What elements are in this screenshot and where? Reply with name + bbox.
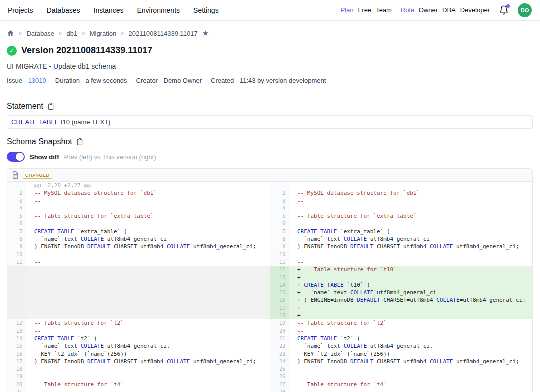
diff-row: 23 KEY `t2_idx` (`name`(256)) xyxy=(270,350,532,358)
code-line xyxy=(290,182,532,190)
statement-section-header: Statement xyxy=(7,102,533,111)
star-icon[interactable]: ★ xyxy=(202,29,209,38)
code-line: -- xyxy=(290,198,532,205)
code-line xyxy=(26,282,270,289)
diff-row: 19-- xyxy=(8,373,270,380)
nav-item-settings[interactable]: Settings xyxy=(194,6,219,14)
diff-row xyxy=(8,282,270,289)
code-line: -- xyxy=(26,373,270,380)
line-number: 10 xyxy=(270,251,290,258)
diff-row: 7CREATE TABLE `extra_table` ( xyxy=(270,228,532,236)
diff-row: 13+ -- xyxy=(270,274,532,282)
code-line: -- xyxy=(26,328,270,335)
duration-field: Duration - a few seconds xyxy=(56,77,128,84)
role-switcher: Role Owner DBA Developer xyxy=(401,6,490,14)
code-line: -- xyxy=(290,205,532,212)
line-number: 19 xyxy=(270,320,290,327)
nav-item-instances[interactable]: Instances xyxy=(94,6,124,14)
line-number: 5 xyxy=(8,212,26,220)
role-owner-link[interactable]: Owner xyxy=(419,6,438,14)
plan-team-link[interactable]: Team xyxy=(376,6,392,14)
code-line: CREATE TABLE `extra_table` ( xyxy=(26,228,270,236)
breadcrumb-separator: > xyxy=(19,30,22,36)
avatar[interactable]: DO xyxy=(518,4,532,18)
breadcrumb-version[interactable]: 20211008114339.11017 xyxy=(129,30,198,38)
line-number: 15 xyxy=(270,289,290,296)
line-number: 28 xyxy=(270,388,290,392)
diff-row xyxy=(8,266,270,274)
diff-hint: Prev (left) vs This version (right) xyxy=(64,154,156,161)
code-line: `name` text COLLATE utf8mb4_general_ci xyxy=(26,236,270,243)
diff-row: 24) ENGINE=InnoDB DEFAULT CHARSET=utf8mb… xyxy=(270,358,532,366)
show-diff-toggle[interactable] xyxy=(7,152,25,162)
code-line: + -- xyxy=(290,274,532,282)
role-dba-option[interactable]: DBA xyxy=(442,6,456,14)
diff-row: 6-- xyxy=(270,220,532,228)
code-line: @@ -2,20 +2,27 @@ xyxy=(26,182,270,190)
nav-account-area: Plan Free Team Role Owner DBA Developer … xyxy=(340,4,532,18)
code-line: `name` text COLLATE utf8mb4_general_ci, xyxy=(26,342,270,350)
created-field: Created - 11:43 by version development xyxy=(211,77,326,84)
plan-free-option[interactable]: Free xyxy=(358,6,372,14)
diff-body: @@ -2,20 +2,27 @@2-- MySQL database stru… xyxy=(8,182,532,392)
code-line: ) ENGINE=InnoDB DEFAULT CHARSET=utf8mb4 … xyxy=(290,358,532,366)
diff-row: 8 `name` text COLLATE utf8mb4_general_ci xyxy=(270,236,532,243)
code-line xyxy=(290,251,532,258)
line-number: 4 xyxy=(270,205,290,212)
diff-hunk-row: @@ -2,20 +2,27 @@ xyxy=(8,182,270,190)
line-number xyxy=(8,266,26,274)
line-number: 15 xyxy=(8,342,26,350)
copy-icon[interactable] xyxy=(76,138,84,146)
line-number xyxy=(8,274,26,282)
code-line: -- xyxy=(290,388,532,392)
diff-row: 11-- xyxy=(8,258,270,266)
breadcrumb-database[interactable]: Database xyxy=(26,30,54,38)
line-number: 13 xyxy=(270,274,290,282)
line-number: 2 xyxy=(8,190,26,197)
breadcrumb-migration[interactable]: Migration xyxy=(90,30,116,38)
diff-row: 28-- xyxy=(270,388,532,392)
home-icon[interactable] xyxy=(7,30,14,37)
nav-links: Projects Databases Instances Environment… xyxy=(8,6,219,14)
code-line: + -- Table structure for `t10` xyxy=(290,266,532,274)
code-line: + xyxy=(290,304,532,312)
line-number: 27 xyxy=(270,381,290,388)
diff-row: 18+ -- xyxy=(270,312,532,320)
code-line: ) ENGINE=InnoDB DEFAULT CHARSET=utf8mb4 … xyxy=(26,243,270,250)
diff-row: 3-- xyxy=(8,198,270,205)
notifications-button[interactable] xyxy=(499,5,510,16)
copy-icon[interactable] xyxy=(48,102,54,110)
diff-row xyxy=(8,312,270,320)
line-number: 17 xyxy=(270,304,290,312)
line-number: 3 xyxy=(8,198,26,205)
diff-row: 3-- xyxy=(270,198,532,205)
code-line: -- MySQL database structure for `db1` xyxy=(290,190,532,197)
code-line: -- xyxy=(26,220,270,228)
code-line: -- xyxy=(26,198,270,205)
code-line: -- Table structure for `t4` xyxy=(26,381,270,388)
plan-label: Plan xyxy=(340,6,354,14)
line-number xyxy=(8,296,26,304)
code-line xyxy=(26,366,270,373)
role-developer-option[interactable]: Developer xyxy=(460,6,490,14)
diff-row: 5-- Table structure for `extra_table` xyxy=(8,212,270,220)
diff-row: 14+ CREATE TABLE `t10` ( xyxy=(270,282,532,289)
diff-row: 15 `name` text COLLATE utf8mb4_general_c… xyxy=(8,342,270,350)
code-line: + `name` text COLLATE utf8mb4_general_ci xyxy=(290,289,532,296)
top-nav: Projects Databases Instances Environment… xyxy=(0,0,540,21)
line-number: 11 xyxy=(270,258,290,266)
code-line: KEY `t2_idx` (`name`(256)) xyxy=(26,350,270,358)
code-line xyxy=(26,296,270,304)
line-number: 23 xyxy=(270,350,290,358)
breadcrumb-db1[interactable]: db1 xyxy=(67,30,78,38)
code-line: -- xyxy=(26,205,270,212)
sql-rest: t10 (name TEXT) xyxy=(59,118,110,126)
nav-item-environments[interactable]: Environments xyxy=(137,6,180,14)
nav-item-projects[interactable]: Projects xyxy=(8,6,34,14)
line-number: 7 xyxy=(8,228,26,236)
breadcrumb: > Database > db1 > Migration > 202110081… xyxy=(7,21,533,38)
issue-link[interactable]: 13010 xyxy=(28,77,46,84)
diff-header-bar: CHANGED xyxy=(8,169,532,182)
nav-item-databases[interactable]: Databases xyxy=(47,6,80,14)
check-icon: ✓ xyxy=(7,46,17,56)
